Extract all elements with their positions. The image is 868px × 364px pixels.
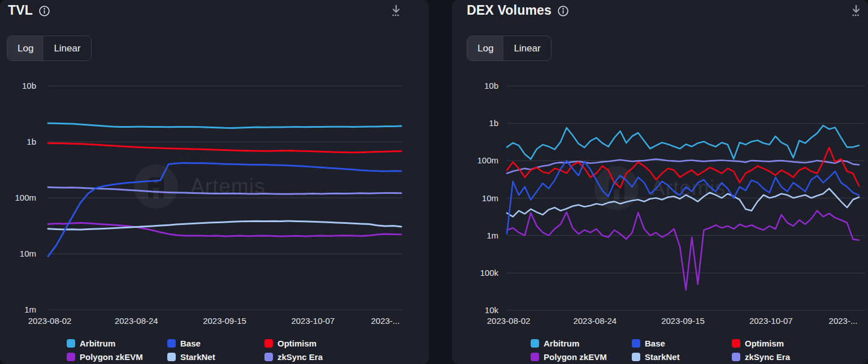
legend-label: Base — [645, 339, 665, 348]
y-axis-tick: 1m — [487, 231, 498, 240]
legend-item-base[interactable]: Base — [632, 337, 732, 350]
legend-item-polygon-zkevm[interactable]: Polygon zkEVM — [67, 350, 167, 363]
legend-label: Arbitrum — [544, 339, 579, 348]
legend-swatch — [264, 353, 273, 361]
legend-label: zkSync Era — [277, 352, 323, 362]
legend-label: Polygon zkEVM — [544, 352, 607, 362]
series-line-optimism — [507, 148, 859, 188]
legend-item-arbitrum[interactable]: Arbitrum — [67, 337, 167, 350]
legend-label: Optimism — [745, 339, 784, 348]
legend-swatch — [531, 339, 539, 348]
legend-item-zksync-era[interactable]: zkSync Era — [264, 350, 323, 363]
legend-swatch — [632, 353, 640, 361]
dex-volumes-chart[interactable]: 10b1b100m10m1m100k10k2023-08-022023-08-2… — [452, 0, 868, 364]
legend-label: Base — [180, 339, 201, 348]
x-axis-tick: 2023-10-07 — [291, 316, 335, 326]
tvl-panel: TVL Log Linear Artemis 10b1b100m10m1m202… — [0, 0, 429, 364]
legend-label: StarkNet — [645, 352, 680, 362]
legend-label: zkSync Era — [745, 352, 790, 362]
series-line-arbitrum — [507, 125, 859, 159]
tvl-chart[interactable]: 10b1b100m10m1m2023-08-022023-08-242023-0… — [0, 0, 429, 364]
legend-swatch — [67, 353, 75, 361]
y-axis-tick: 100m — [477, 155, 498, 165]
y-axis-tick: 10b — [484, 81, 498, 90]
y-axis-tick: 1m — [24, 305, 36, 314]
y-axis-tick: 10m — [482, 193, 498, 203]
legend-item-starknet[interactable]: StarkNet — [632, 350, 732, 363]
y-axis-tick: 1b — [27, 137, 36, 146]
y-axis-tick: 100k — [480, 268, 498, 278]
series-line-starknet — [48, 221, 401, 229]
x-axis-tick: 2023-08-02 — [28, 316, 72, 326]
legend-swatch — [167, 339, 176, 348]
legend-label: Arbitrum — [80, 339, 115, 348]
legend-item-base[interactable]: Base — [167, 337, 264, 350]
x-axis-tick: 2023-08-24 — [573, 316, 617, 326]
legend-item-starknet[interactable]: StarkNet — [167, 350, 264, 363]
series-line-arbitrum — [48, 123, 401, 128]
y-axis-tick: 10m — [20, 249, 36, 258]
legend-swatch — [732, 353, 740, 361]
x-axis-tick: 2023-09-15 — [203, 316, 246, 326]
series-line-polygon-zkevm — [507, 211, 859, 290]
legend-swatch — [632, 339, 640, 348]
x-axis-tick: 2023-... — [371, 316, 400, 326]
x-axis-tick: 2023-09-15 — [661, 316, 705, 326]
y-axis-tick: 10k — [485, 305, 499, 315]
x-axis-tick: 2023-10-07 — [749, 316, 793, 326]
legend-item-polygon-zkevm[interactable]: Polygon zkEVM — [531, 350, 632, 363]
legend-item-arbitrum[interactable]: Arbitrum — [531, 337, 632, 350]
x-axis-tick: 2023-08-24 — [115, 316, 158, 326]
legend-item-optimism[interactable]: Optimism — [732, 337, 790, 350]
tvl-legend: ArbitrumBaseOptimismPolygon zkEVMStarkNe… — [67, 337, 323, 363]
series-line-starknet — [507, 189, 859, 217]
legend-item-optimism[interactable]: Optimism — [264, 337, 323, 350]
series-line-optimism — [48, 143, 401, 153]
legend-label: StarkNet — [180, 352, 215, 362]
legend-swatch — [732, 339, 740, 348]
legend-swatch — [67, 339, 75, 348]
legend-item-zksync-era[interactable]: zkSync Era — [732, 350, 790, 363]
legend-swatch — [531, 353, 539, 361]
y-axis-tick: 100m — [15, 193, 36, 202]
legend-label: Polygon zkEVM — [80, 352, 143, 362]
series-line-zksync-era — [48, 187, 401, 194]
legend-swatch — [167, 353, 176, 361]
y-axis-tick: 10b — [22, 81, 36, 90]
legend-label: Optimism — [277, 339, 316, 348]
legend-swatch — [264, 339, 273, 348]
dex-volumes-legend: ArbitrumBaseOptimismPolygon zkEVMStarkNe… — [531, 337, 790, 363]
x-axis-tick: 2023-08-02 — [487, 316, 531, 326]
y-axis-tick: 1b — [489, 118, 498, 128]
x-axis-tick: 2023-... — [829, 316, 858, 326]
series-line-polygon-zkevm — [48, 223, 401, 236]
series-line-base — [48, 163, 401, 256]
dex-volumes-panel: DEX Volumes Log Linear Artemis 10b1b100m… — [452, 0, 868, 364]
